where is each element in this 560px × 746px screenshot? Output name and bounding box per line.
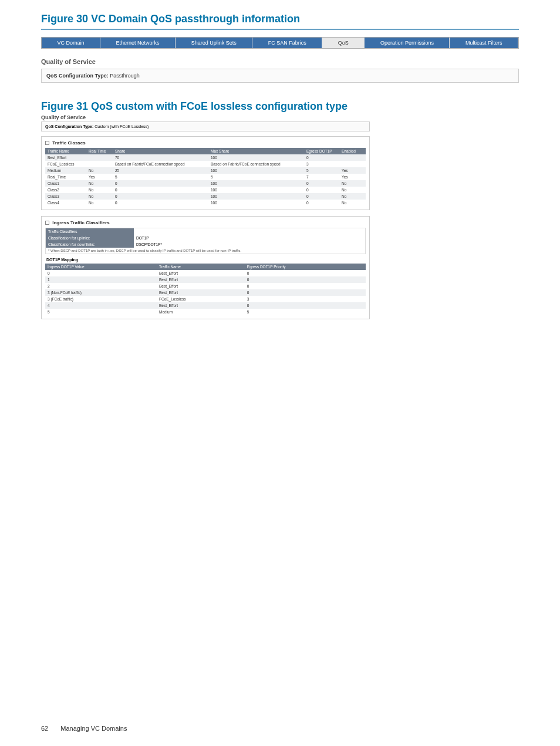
cell	[339, 154, 366, 161]
cell: No	[339, 200, 366, 206]
table-row: 2Best_Effort0	[45, 283, 366, 289]
cell: 0	[45, 270, 157, 276]
traffic-classifiers-empty	[134, 228, 365, 235]
cell: Real_Time	[45, 174, 86, 180]
traffic-classifiers-header: Traffic Classifiers	[46, 228, 134, 235]
qos-config-value: Passthrough	[110, 73, 140, 79]
cell: FCoE_Lossless	[45, 161, 86, 167]
cell: Class4	[45, 200, 86, 206]
cell: 7	[304, 174, 339, 180]
cell: No	[86, 187, 113, 193]
table-row: Class4No01000No	[45, 200, 366, 206]
cell: 1	[45, 276, 157, 283]
cell: Best_Effort	[157, 283, 245, 289]
tab-ethernet-networks[interactable]: Ethernet Networks	[100, 38, 176, 48]
cell: 0	[245, 289, 366, 296]
ingress-classifiers-title-text: Ingress Traffic Classifiers	[52, 220, 109, 225]
dot1p-mapping-title: DOT1P Mapping	[46, 258, 366, 262]
cell: 3 (Non-FCoE traffic)	[45, 289, 157, 296]
cell: Best_Effort	[157, 302, 245, 309]
col-enabled: Enabled	[339, 148, 366, 154]
traffic-classes-title-text: Traffic Classes	[52, 140, 85, 146]
cell: 100	[208, 200, 304, 206]
downlinks-classification-value: DSCP/DOT1P*	[134, 241, 365, 248]
ingress-classifiers-title: Ingress Traffic Classifiers	[45, 220, 366, 225]
cell: No	[86, 193, 113, 200]
cell: No	[339, 180, 366, 187]
cell: 0	[245, 302, 366, 309]
table-row: Real_TimeYes557Yes	[45, 174, 366, 180]
cell: No	[339, 193, 366, 200]
dot1p-mapping-table: Ingress DOT1P Value Traffic Name Egress …	[45, 264, 366, 315]
page-footer: 62 Managing VC Domains	[41, 725, 127, 732]
col-real-time: Real Time	[86, 148, 113, 154]
cell: Yes	[339, 167, 366, 174]
page-number: 62	[41, 725, 48, 732]
cell: Class3	[45, 193, 86, 200]
col-egress-dot1p: Egress DOT1P	[304, 148, 339, 154]
cell: 0	[304, 154, 339, 161]
table-row: 3 (Non-FCoE traffic)Best_Effort0	[45, 289, 366, 296]
cell: 0	[304, 180, 339, 187]
cell	[86, 154, 113, 161]
cell: 100	[208, 154, 304, 161]
table-row: MediumNo251005Yes	[45, 167, 366, 174]
col-share: Share	[113, 148, 208, 154]
downlinks-classification-label: Classification for downlinks:	[46, 241, 134, 248]
cell: 3 (FCoE traffic)	[45, 296, 157, 302]
figure-31-title: Figure 31 QoS custom with FCoE lossless …	[41, 100, 519, 113]
cell: 0	[113, 180, 208, 187]
collapse-icon[interactable]	[45, 141, 49, 145]
tab-operation-permissions[interactable]: Operation Permissions	[365, 38, 450, 48]
cell: Best_Effort	[157, 270, 245, 276]
tab-qos[interactable]: QoS	[322, 38, 365, 48]
ingress-classifiers-section: Ingress Traffic Classifiers Traffic Clas…	[41, 216, 370, 319]
qos-config-panel-2: QoS Configuration Type: Custom (with FCo…	[41, 121, 370, 131]
table-row: Class2No01000No	[45, 187, 366, 193]
cell	[339, 161, 366, 167]
table-row: 1Best_Effort0	[45, 276, 366, 283]
qos-config-label: QoS Configuration Type:	[46, 73, 109, 79]
traffic-classes-title: Traffic Classes	[45, 140, 366, 146]
figure-30-underline	[41, 29, 519, 30]
cell: 3	[245, 296, 366, 302]
cell: 0	[113, 187, 208, 193]
cell: 5	[113, 174, 208, 180]
tab-fc-san-fabrics[interactable]: FC SAN Fabrics	[252, 38, 322, 48]
cell: Class2	[45, 187, 86, 193]
collapse-icon[interactable]	[45, 221, 49, 225]
cell: 0	[245, 270, 366, 276]
cell: 0	[113, 200, 208, 206]
cell: Medium	[45, 167, 86, 174]
cell: FCoE_Lossless	[157, 296, 245, 302]
tab-shared-uplink-sets[interactable]: Shared Uplink Sets	[176, 38, 252, 48]
cell: 5	[304, 167, 339, 174]
cell: Best_Effort	[45, 154, 86, 161]
cell: 0	[113, 193, 208, 200]
cell: 100	[208, 193, 304, 200]
cell: 3	[304, 161, 339, 167]
table-row: Best_Effort701000	[45, 154, 366, 161]
cell: No	[86, 167, 113, 174]
col-egress-priority: Egress DOT1P Priority	[245, 264, 366, 270]
cell: 2	[45, 283, 157, 289]
cell: 0	[304, 187, 339, 193]
col-traffic-name-2: Traffic Name	[157, 264, 245, 270]
cell: Medium	[157, 309, 245, 315]
cell: 100	[208, 167, 304, 174]
cell: Based on Fabric/FCoE connection speed	[208, 161, 304, 167]
table-row: FCoE_LosslessBased on Fabric/FCoE connec…	[45, 161, 366, 167]
table-row: 4Best_Effort0	[45, 302, 366, 309]
tab-vc-domain[interactable]: VC Domain	[42, 38, 100, 48]
section-name: Managing VC Domains	[60, 725, 127, 732]
table-row: 0Best_Effort0	[45, 270, 366, 276]
tab-multicast-filters[interactable]: Multicast Filters	[450, 38, 518, 48]
cell: Yes	[86, 174, 113, 180]
cell: Yes	[339, 174, 366, 180]
cell: 100	[208, 180, 304, 187]
table-row: Class3No01000No	[45, 193, 366, 200]
cell: 5	[245, 309, 366, 315]
classifiers-footnote: * When DSCP and DOT1P are both in use, D…	[46, 248, 365, 254]
cell: 0	[304, 193, 339, 200]
cell: No	[86, 200, 113, 206]
